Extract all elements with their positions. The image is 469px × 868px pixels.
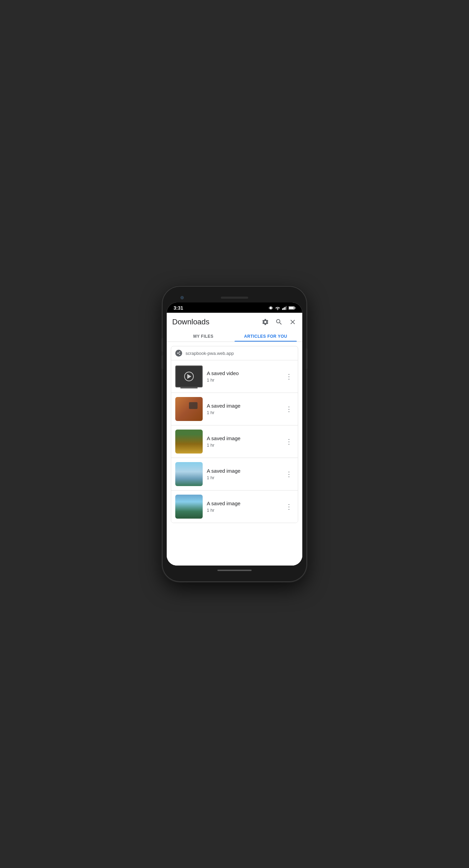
signal-icon: [282, 306, 287, 310]
close-icon: [289, 318, 296, 326]
phone-shell: 3:31: [163, 287, 306, 581]
more-options-button[interactable]: ⋮: [284, 469, 294, 480]
tab-bar: MY FILES ARTICLES FOR YOU: [172, 331, 297, 342]
search-button[interactable]: [275, 318, 283, 326]
svg-rect-9: [295, 307, 295, 309]
video-thumbnail: [175, 364, 203, 388]
image-thumbnail-3: [175, 462, 203, 486]
power-button[interactable]: [306, 348, 307, 369]
play-button: [184, 372, 194, 381]
volume-down-button[interactable]: [162, 355, 163, 369]
more-options-button[interactable]: ⋮: [284, 371, 294, 382]
status-time: 3:31: [174, 305, 183, 311]
volume-up-button[interactable]: [162, 338, 163, 352]
app-header-top: Downloads: [172, 318, 297, 326]
item-title: A saved image: [207, 403, 280, 409]
list-item: A saved video 1 hr ⋮: [171, 360, 298, 393]
video-thumb-container: [175, 365, 203, 387]
list-item: A saved image 1 hr ⋮: [171, 458, 298, 491]
item-title: A saved image: [207, 500, 280, 506]
tab-articles-for-you[interactable]: ARTICLES FOR YOU: [234, 331, 297, 342]
play-triangle: [187, 374, 191, 379]
app-content: Downloads: [167, 313, 302, 566]
vibrate-icon: [268, 306, 273, 310]
tab-my-files[interactable]: MY FILES: [172, 331, 234, 342]
source-card: scrapbook-pwa.web.app A saved: [171, 346, 298, 523]
item-meta: 1 hr: [207, 377, 280, 383]
svg-rect-1: [269, 307, 269, 309]
list-item: A saved image 1 hr ⋮: [171, 425, 298, 458]
phone-screen: 3:31: [167, 302, 302, 566]
image-thumbnail-2: [175, 430, 203, 454]
list-item: A saved image 1 hr ⋮: [171, 491, 298, 523]
more-options-button[interactable]: ⋮: [284, 436, 294, 447]
source-header: scrapbook-pwa.web.app: [171, 346, 298, 360]
svg-point-3: [277, 309, 278, 310]
close-button[interactable]: [289, 318, 297, 326]
svg-rect-5: [283, 308, 284, 310]
item-meta: 1 hr: [207, 443, 280, 448]
item-info: A saved video 1 hr: [207, 370, 280, 383]
item-info: A saved image 1 hr: [207, 468, 280, 480]
more-options-button[interactable]: ⋮: [284, 404, 294, 414]
image-thumbnail-4: [175, 495, 203, 519]
source-domain: scrapbook-pwa.web.app: [186, 351, 234, 356]
status-bar: 3:31: [167, 302, 302, 313]
svg-rect-2: [272, 307, 272, 309]
wifi-icon: [275, 306, 280, 310]
svg-rect-10: [289, 307, 294, 309]
more-options-button[interactable]: ⋮: [284, 501, 294, 512]
list-item: A saved image 1 hr ⋮: [171, 393, 298, 425]
front-camera: [180, 296, 184, 299]
status-icons: [268, 306, 295, 310]
share-icon: [175, 350, 182, 357]
home-indicator: [217, 570, 252, 571]
settings-button[interactable]: [261, 318, 269, 326]
app-header: Downloads: [167, 313, 302, 342]
item-meta: 1 hr: [207, 410, 280, 415]
item-info: A saved image 1 hr: [207, 435, 280, 448]
item-info: A saved image 1 hr: [207, 403, 280, 415]
item-title: A saved image: [207, 468, 280, 474]
header-actions: [261, 318, 297, 326]
share-icon-svg: [177, 351, 181, 355]
image-thumbnail-1: [175, 397, 203, 421]
svg-rect-0: [270, 307, 272, 309]
item-info: A saved image 1 hr: [207, 500, 280, 513]
phone-top-bar: [167, 293, 302, 302]
gear-icon: [262, 318, 269, 326]
item-title: A saved image: [207, 435, 280, 441]
battery-icon: [289, 306, 295, 310]
content-area[interactable]: scrapbook-pwa.web.app A saved: [167, 342, 302, 566]
svg-rect-7: [286, 306, 287, 310]
search-icon: [275, 318, 283, 326]
speaker: [221, 297, 248, 299]
phone-bottom: [167, 566, 302, 575]
item-meta: 1 hr: [207, 508, 280, 513]
item-title: A saved video: [207, 370, 280, 376]
svg-rect-6: [284, 307, 286, 310]
item-meta: 1 hr: [207, 475, 280, 480]
app-title: Downloads: [172, 318, 210, 326]
svg-rect-4: [282, 308, 283, 310]
